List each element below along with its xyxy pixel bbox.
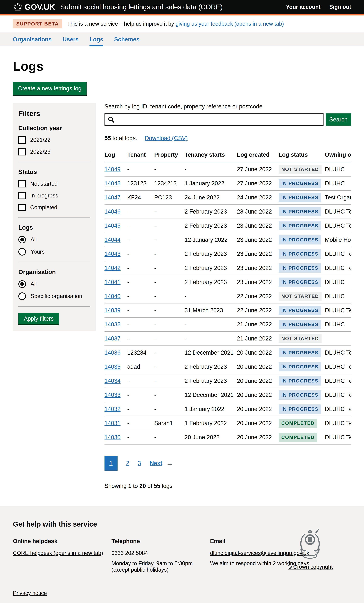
- tab-organisations[interactable]: Organisations: [13, 32, 52, 46]
- checkbox-collection-year-2021-22[interactable]: [18, 136, 26, 144]
- status-badge: IN PROGRESS: [279, 362, 321, 371]
- cell-log: 14048: [105, 176, 127, 190]
- pagination-page-1-current[interactable]: 1: [105, 456, 117, 471]
- cell-tenancy-starts: 2 February 2023: [185, 247, 237, 261]
- cell-log: 14039: [105, 303, 127, 317]
- telephone-hours: Monday to Friday, 9am to 5:30pm (except …: [111, 560, 210, 573]
- cell-log-created: 20 June 2022: [237, 430, 279, 444]
- cell-log: 14049: [105, 162, 127, 176]
- divider: [18, 218, 90, 218]
- radio-logs-yours[interactable]: [18, 248, 26, 255]
- log-link-14049[interactable]: 14049: [105, 166, 121, 173]
- log-link-14034[interactable]: 14034: [105, 378, 121, 384]
- checkbox-status-not-started[interactable]: [18, 180, 26, 187]
- cell-log-created: 22 June 2022: [237, 303, 279, 317]
- cell-property: PC123: [154, 190, 185, 205]
- cell-log-created: 22 June 2022: [237, 289, 279, 303]
- log-link-14047[interactable]: 14047: [105, 194, 121, 201]
- radio-logs-all[interactable]: [18, 236, 26, 244]
- status-badge: IN PROGRESS: [279, 179, 321, 188]
- log-link-14041[interactable]: 14041: [105, 279, 121, 285]
- cell-tenant: -: [127, 374, 154, 388]
- cell-tenancy-starts: 2 February 2023: [185, 261, 237, 275]
- cell-log-status: IN PROGRESS: [279, 247, 325, 261]
- govuk-logo[interactable]: GOV.UK: [13, 2, 55, 12]
- cell-tenancy-starts: 12 December 2021: [185, 388, 237, 402]
- log-link-14037[interactable]: 14037: [105, 335, 121, 342]
- page: GOV.UK Submit social housing lettings an…: [0, 0, 364, 603]
- log-link-14046[interactable]: 14046: [105, 208, 121, 215]
- cell-tenant: -: [127, 275, 154, 289]
- create-lettings-log-button[interactable]: Create a new lettings log: [13, 82, 87, 95]
- cell-log: 14040: [105, 289, 127, 303]
- table-body: 14049---27 June 2022NOT STARTEDDLUHC1404…: [105, 162, 351, 444]
- status-badge: IN PROGRESS: [279, 376, 321, 385]
- log-link-14042[interactable]: 14042: [105, 265, 121, 271]
- cell-tenant: -: [127, 261, 154, 275]
- cell-log-created: 20 June 2022: [237, 416, 279, 430]
- pagination-next-link[interactable]: Next: [150, 460, 162, 466]
- cell-tenancy-starts: -: [185, 317, 237, 332]
- log-link-14040[interactable]: 14040: [105, 293, 121, 299]
- cell-owning-org: Mobile Hou: [325, 233, 351, 247]
- log-link-14036[interactable]: 14036: [105, 349, 121, 356]
- cell-property: -: [154, 205, 185, 219]
- cell-log-status: IN PROGRESS: [279, 402, 325, 416]
- checkbox-status-completed[interactable]: [18, 204, 26, 211]
- core-helpdesk-link[interactable]: CORE helpdesk (opens in a new tab): [13, 550, 103, 556]
- divider: [18, 262, 90, 262]
- filter-option: All: [18, 280, 90, 288]
- cell-owning-org: DLUHC Tes: [325, 374, 351, 388]
- service-name[interactable]: Submit social housing lettings and sales…: [60, 3, 223, 11]
- checkbox-collection-year-2022-23[interactable]: [18, 148, 26, 155]
- checkbox-status-in-progress[interactable]: [18, 192, 26, 199]
- apply-filters-button[interactable]: Apply filters: [18, 313, 59, 325]
- crown-copyright-link[interactable]: © Crown copyright: [288, 564, 333, 570]
- log-link-14044[interactable]: 14044: [105, 237, 121, 243]
- cell-owning-org: DLUHC Tes: [325, 261, 351, 275]
- search-input[interactable]: [105, 114, 324, 126]
- cell-tenancy-starts: 2 February 2023: [185, 374, 237, 388]
- cell-tenancy-starts: -: [185, 332, 237, 346]
- log-link-14031[interactable]: 14031: [105, 420, 121, 426]
- log-link-14039[interactable]: 14039: [105, 307, 121, 313]
- cell-tenant: -: [127, 388, 154, 402]
- filter-option-label: Completed: [30, 204, 57, 211]
- radio-organisation-all[interactable]: [18, 280, 26, 288]
- cell-tenancy-starts: 2 February 2023: [185, 205, 237, 219]
- your-account-link[interactable]: Your account: [286, 4, 320, 10]
- cell-property: -: [154, 275, 185, 289]
- filter-group-label-collection-year: Collection year: [18, 125, 90, 131]
- radio-organisation-specific-organisation[interactable]: [18, 292, 26, 300]
- feedback-link[interactable]: giving us your feedback (opens in a new …: [176, 21, 284, 27]
- cell-log-status: NOT STARTED: [279, 162, 325, 176]
- log-link-14032[interactable]: 14032: [105, 406, 121, 412]
- status-badge: NOT STARTED: [279, 334, 322, 343]
- cell-log-status: IN PROGRESS: [279, 176, 325, 190]
- pagination-page-2[interactable]: 2: [126, 460, 129, 466]
- status-badge: IN PROGRESS: [279, 221, 321, 230]
- filter-option: Yours: [18, 248, 90, 255]
- search-icon: [108, 116, 115, 123]
- tab-users[interactable]: Users: [63, 32, 79, 46]
- table-row: 14047KF24PC12324 June 202224 June 2022IN…: [105, 190, 351, 205]
- tab-logs[interactable]: Logs: [90, 32, 103, 46]
- table-row: 14044--12 January 202223 June 2022IN PRO…: [105, 233, 351, 247]
- log-link-14043[interactable]: 14043: [105, 251, 121, 257]
- log-link-14030[interactable]: 14030: [105, 434, 121, 441]
- pagination-page-3[interactable]: 3: [138, 460, 141, 466]
- cell-owning-org: Test Organi: [325, 190, 351, 205]
- download-csv-link[interactable]: Download (CSV): [145, 135, 188, 141]
- log-link-14035[interactable]: 14035: [105, 363, 121, 370]
- log-link-14038[interactable]: 14038: [105, 321, 121, 328]
- search-button[interactable]: Search: [326, 114, 351, 126]
- log-link-14048[interactable]: 14048: [105, 180, 121, 186]
- table-row: 14045--2 February 202323 June 2022IN PRO…: [105, 219, 351, 233]
- log-link-14045[interactable]: 14045: [105, 222, 121, 229]
- cell-log: 14047: [105, 190, 127, 205]
- filter-option-label: 2022/23: [30, 149, 50, 155]
- tab-schemes[interactable]: Schemes: [114, 32, 140, 46]
- privacy-notice-link[interactable]: Privacy notice: [13, 590, 47, 596]
- log-link-14033[interactable]: 14033: [105, 392, 121, 398]
- sign-out-link[interactable]: Sign out: [329, 4, 351, 10]
